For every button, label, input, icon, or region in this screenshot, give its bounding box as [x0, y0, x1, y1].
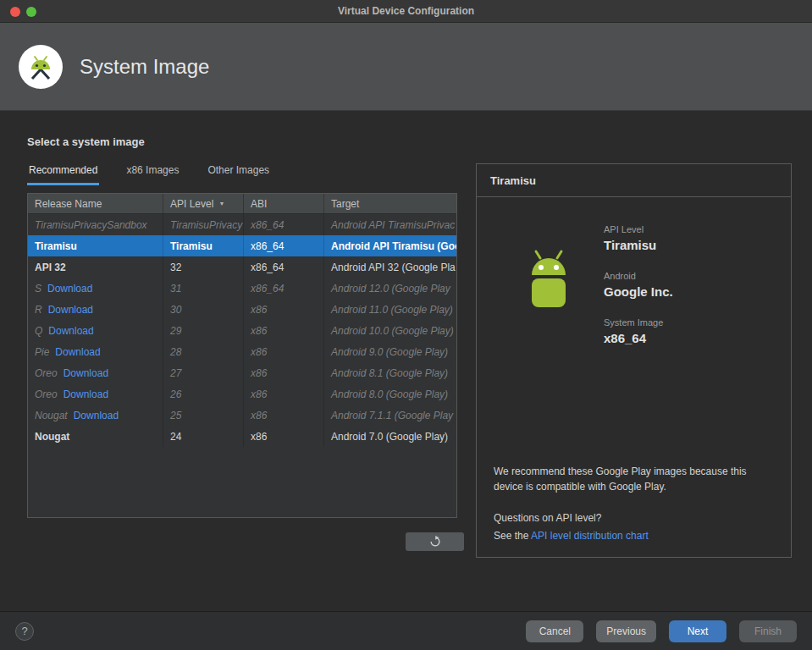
table-row[interactable]: Nougat24x86Android 7.0 (Google Play): [28, 426, 456, 447]
section-title: Select a system image: [27, 135, 457, 148]
release-name-cell: RDownload: [28, 299, 163, 320]
api-level-cell: 29: [163, 320, 244, 341]
spec-value: Google Inc.: [604, 284, 673, 299]
detail-column: Tiramisu A: [476, 163, 792, 558]
abi-cell: x86_64: [244, 256, 324, 278]
previous-button[interactable]: Previous: [596, 620, 656, 642]
tab-recommended[interactable]: Recommended: [27, 164, 99, 185]
abi-cell: x86: [244, 362, 324, 383]
tab-x86-images[interactable]: x86 Images: [124, 164, 180, 185]
specs: API LevelTiramisuAndroidGoogle Inc.Syste…: [604, 224, 673, 364]
target-cell: Android 7.1.1 (Google Play: [324, 405, 456, 426]
see-the-text: See the: [494, 530, 531, 542]
zoom-button[interactable]: [26, 7, 36, 17]
target-cell: Android 7.0 (Google Play): [324, 426, 456, 447]
column-label: Release Name: [35, 198, 102, 210]
release-name-cell: Nougat: [28, 426, 163, 447]
next-button[interactable]: Next: [669, 620, 726, 642]
column-header-abi[interactable]: ABI: [244, 194, 324, 213]
download-link[interactable]: Download: [48, 304, 93, 316]
table-row[interactable]: OreoDownload27x86Android 8.1 (Google Pla…: [28, 362, 456, 383]
release-name-cell: API 32: [28, 256, 163, 278]
android-logo: [517, 246, 580, 364]
table-row[interactable]: PieDownload28x86Android 9.0 (Google Play…: [28, 341, 456, 362]
see-also-line: See the API level distribution chart: [494, 530, 774, 542]
api-level-cell: 24: [163, 426, 244, 447]
spec-value: Tiramisu: [604, 238, 673, 252]
release-name: Nougat: [35, 431, 69, 443]
table-row[interactable]: TiramisuTiramisux86_64Android API Tirami…: [28, 235, 456, 256]
recommendation-text: We recommend these Google Play images be…: [494, 464, 775, 495]
wizard-header: System Image: [0, 23, 812, 111]
spec-label: System Image: [604, 317, 673, 328]
table-row[interactable]: NougatDownload25x86Android 7.1.1 (Google…: [28, 405, 456, 426]
help-button[interactable]: ?: [15, 622, 34, 641]
table-row[interactable]: TiramisuPrivacySandboxTiramisuPrivacyx86…: [28, 214, 456, 235]
abi-cell: x86: [244, 426, 324, 447]
release-name-cell: QDownload: [28, 320, 163, 341]
detail-top: API LevelTiramisuAndroidGoogle Inc.Syste…: [517, 224, 774, 364]
table-row[interactable]: SDownload31x86_64Android 12.0 (Google Pl…: [28, 278, 456, 299]
release-name: Tiramisu: [35, 240, 77, 252]
release-name: Pie: [35, 346, 49, 358]
spec-item: AndroidGoogle Inc.: [604, 271, 673, 299]
sort-descending-icon: ▼: [218, 201, 224, 207]
release-name-cell: OreoDownload: [28, 362, 163, 383]
window-title: Virtual Device Configuration: [338, 5, 474, 17]
release-name-cell: TiramisuPrivacySandbox: [28, 214, 163, 235]
table-body: TiramisuPrivacySandboxTiramisuPrivacyx86…: [28, 214, 456, 447]
release-name: API 32: [35, 262, 66, 273]
release-name-cell: Tiramisu: [28, 235, 163, 256]
download-link[interactable]: Download: [48, 325, 93, 337]
table-row[interactable]: API 3232x86_64Android API 32 (Google Pla: [28, 256, 456, 278]
download-link[interactable]: Download: [55, 346, 100, 358]
detail-title: Tiramisu: [477, 164, 791, 197]
virtual-device-configuration-window: Virtual Device Configuration System Imag…: [0, 0, 812, 558]
api-level-cell: 32: [163, 256, 244, 278]
page-title: System Image: [80, 55, 209, 79]
traffic-lights: [10, 7, 36, 17]
table-row[interactable]: OreoDownload26x86Android 8.0 (Google Pla…: [28, 383, 456, 405]
api-level-cell: 31: [163, 278, 244, 299]
abi-cell: x86: [244, 405, 324, 426]
target-cell: Android 11.0 (Google Play): [324, 299, 456, 320]
column-header-target[interactable]: Target: [324, 194, 456, 213]
release-name: Nougat: [35, 410, 68, 421]
target-cell: Android 12.0 (Google Play: [324, 278, 456, 299]
api-level-cell: 27: [163, 362, 244, 383]
spec-label: Android: [604, 271, 673, 281]
refresh-button[interactable]: [406, 532, 464, 551]
system-image-table: Release Name API Level ▼ ABI Target Tira…: [27, 193, 457, 518]
close-button[interactable]: [10, 7, 20, 17]
download-link[interactable]: Download: [47, 283, 92, 295]
table-row[interactable]: RDownload30x86Android 11.0 (Google Play): [28, 299, 456, 320]
detail-panel: Tiramisu A: [476, 163, 792, 558]
download-link[interactable]: Download: [74, 410, 119, 421]
target-cell: Android API Tiramisu (Goo: [324, 235, 456, 256]
spec-item: System Imagex86_64: [604, 317, 673, 345]
api-level-cell: 25: [163, 405, 244, 426]
column-header-api-level[interactable]: API Level ▼: [163, 194, 244, 213]
release-name: Oreo: [35, 367, 58, 379]
release-name-cell: PieDownload: [28, 341, 163, 362]
column-header-release-name[interactable]: Release Name: [28, 194, 163, 213]
release-name: TiramisuPrivacySandbox: [35, 219, 147, 231]
cancel-button[interactable]: Cancel: [526, 620, 583, 642]
release-name-cell: NougatDownload: [28, 405, 163, 426]
abi-cell: x86_64: [244, 235, 324, 256]
release-name: Oreo: [35, 388, 58, 400]
table-row[interactable]: QDownload29x86Android 10.0 (Google Play): [28, 320, 456, 341]
target-cell: Android 10.0 (Google Play): [324, 320, 456, 341]
target-cell: Android API TiramisuPrivac: [324, 214, 456, 235]
android-robot-icon: [517, 246, 580, 312]
android-device-icon: [26, 52, 55, 81]
abi-cell: x86_64: [244, 278, 324, 299]
tab-other-images[interactable]: Other Images: [206, 164, 271, 185]
download-link[interactable]: Download: [64, 367, 108, 379]
abi-cell: x86_64: [244, 214, 324, 235]
spec-value: x86_64: [604, 331, 673, 345]
api-distribution-chart-link[interactable]: API level distribution chart: [531, 530, 649, 542]
target-cell: Android API 32 (Google Pla: [324, 256, 456, 278]
download-link[interactable]: Download: [64, 388, 108, 400]
api-level-cell: TiramisuPrivacy: [163, 214, 244, 235]
